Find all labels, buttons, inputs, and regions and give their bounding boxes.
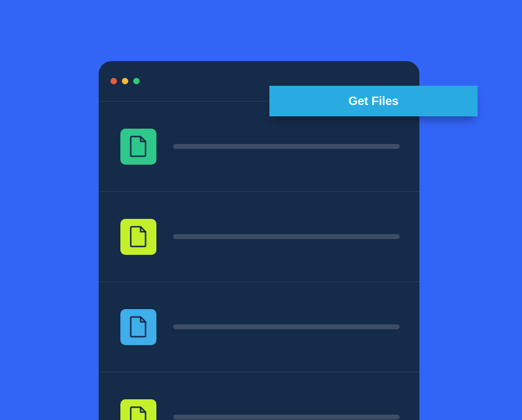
close-icon[interactable] [111,78,117,84]
file-placeholder-bar [173,144,400,149]
file-icon [120,399,156,420]
minimize-icon[interactable] [122,78,128,84]
get-files-button[interactable]: Get Files [269,86,478,116]
file-placeholder-bar [173,415,400,420]
file-placeholder-bar [173,324,400,329]
file-row[interactable] [99,192,419,282]
file-icon [120,219,156,255]
maximize-icon[interactable] [133,78,140,84]
file-row[interactable] [99,372,419,420]
file-icon [120,129,156,165]
file-placeholder-bar [173,234,400,239]
file-row[interactable] [99,282,419,372]
file-icon [120,309,156,345]
